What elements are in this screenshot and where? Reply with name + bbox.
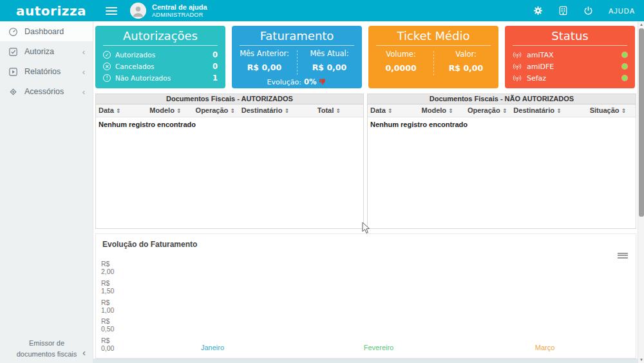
empty-table-message: Nenhum registro encontrado [368, 117, 636, 132]
scroll-down-arrow-icon[interactable]: ▼ [638, 357, 644, 363]
card-autorizacoes: Autorizações ✓ Autorizados 0 ✕ Cancelado… [95, 26, 225, 88]
table-header-row: Data⇕ Modelo⇕ Operação⇕ Destinatário⇕ Si… [368, 104, 636, 117]
user-role-label: ADMINISTRADOR [152, 12, 207, 18]
nao-autorizados-row: ! Não Autorizados 1 [95, 72, 225, 84]
online-status-dot [622, 64, 627, 69]
mouse-cursor [362, 222, 371, 235]
collapse-sidebar-icon[interactable]: ‹ [82, 346, 86, 360]
column-header-modelo[interactable]: Modelo⇕ [149, 106, 195, 114]
x-tick-fevereiro: Fevereiro [296, 344, 462, 351]
status-label: amiDFE [527, 63, 554, 71]
sidebar-item-relatorios[interactable]: Relatórios ‹ [0, 62, 93, 81]
column-header-situacao[interactable]: Situação⇕ [590, 106, 633, 114]
evolucao-label: Evolução: [267, 78, 301, 86]
building-icon [558, 6, 568, 15]
table-title: Documentos Fiscais - NÃO AUTORIZADOS [368, 94, 636, 104]
scroll-up-arrow-icon[interactable]: ▲ [638, 21, 644, 28]
broadcast-icon [513, 74, 522, 82]
help-center-title: Central de ajuda [152, 3, 207, 12]
sort-icon: ⇕ [336, 108, 341, 114]
sidebar-item-label: Relatórios [24, 67, 61, 76]
column-header-data[interactable]: Data⇕ [99, 106, 149, 114]
column-header-operacao[interactable]: Operação⇕ [196, 106, 242, 114]
cancel-circle-icon: ✕ [103, 63, 111, 70]
cancelados-row: ✕ Cancelados 0 [95, 61, 225, 72]
table-header-row: Data⇕ Modelo⇕ Operação⇕ Destinatário⇕ To… [96, 104, 363, 117]
column-header-operacao[interactable]: Operação⇕ [468, 106, 513, 114]
scrollbar-thumb[interactable] [639, 28, 644, 217]
status-label: amiTAX [527, 51, 553, 59]
logout-button[interactable] [583, 6, 593, 15]
app-logo: autorizza [16, 3, 86, 19]
y-tick-label: R$ 0,00 [101, 337, 114, 352]
column-header-total[interactable]: Total⇕ [317, 106, 361, 114]
checkbox-icon [8, 47, 18, 57]
column-header-modelo[interactable]: Modelo⇕ [422, 106, 468, 114]
chevron-left-icon: ‹ [82, 67, 85, 77]
app-header: autorizza Central de ajuda ADMINISTRADOR [0, 0, 644, 21]
sort-icon: ⇕ [448, 108, 453, 114]
column-header-destinatario[interactable]: Destinatário⇕ [242, 106, 317, 114]
vertical-scrollbar[interactable]: ▲ ▼ [638, 21, 644, 363]
broadcast-icon [513, 63, 522, 70]
card-title: Faturamento [232, 26, 362, 43]
sidebar-item-label: Autoriza [24, 47, 54, 56]
help-center-menu[interactable]: Central de ajuda ADMINISTRADOR [152, 3, 207, 18]
column-header-data[interactable]: Data⇕ [370, 106, 422, 114]
gauge-icon [8, 27, 18, 37]
row-value: 1 [213, 74, 218, 83]
column-header-destinatario[interactable]: Destinatário⇕ [513, 106, 589, 114]
sidebar-item-autoriza[interactable]: Autoriza ‹ [0, 42, 93, 61]
card-status: Status amiTAX amiDFE [505, 26, 635, 88]
sidebar-item-label: Acessórios [24, 87, 64, 96]
settings-button[interactable] [533, 6, 543, 15]
sort-icon: ⇕ [176, 108, 182, 114]
user-avatar[interactable] [130, 3, 146, 19]
online-status-dot [622, 52, 627, 57]
sort-icon: ⇕ [502, 108, 507, 114]
valor-value: R$ 0,00 [433, 63, 498, 73]
row-label: Cancelados [115, 63, 155, 70]
sidebar-footer: Emissor de documentos fiscais ‹ [0, 338, 93, 359]
card-ticket-medio: Ticket Médio Volume: 0,0000 Valor: R$ 0,… [368, 26, 498, 88]
chevron-left-icon: ‹ [82, 87, 85, 97]
sidebar-toggle-icon[interactable] [106, 5, 117, 17]
autorizados-row: ✓ Autorizados 0 [95, 49, 225, 61]
person-icon [130, 3, 146, 19]
table-autorizados: Documentos Fiscais - AUTORIZADOS Data⇕ M… [95, 93, 364, 229]
chart-menu-icon[interactable] [618, 251, 628, 259]
mes-anterior-label: Mês Anterior: [232, 49, 297, 58]
sort-icon: ⇕ [284, 108, 289, 114]
table-title: Documentos Fiscais - AUTORIZADOS [96, 94, 363, 104]
company-button[interactable] [558, 6, 568, 15]
status-row-sefaz: Sefaz [505, 72, 635, 84]
chart-evolucao-faturamento: Evolução do Faturamento R$ 2,00 R$ 1,50 … [95, 233, 636, 358]
y-tick-label: R$ 2,00 [101, 260, 114, 275]
online-status-dot [622, 75, 627, 81]
power-icon [583, 6, 593, 15]
faturamento-columns: Mês Anterior: R$ 0,00 Mês Atual: R$ 0,00 [232, 49, 362, 72]
mes-atual-label: Mês Atual: [297, 49, 362, 58]
status-row-amidfe: amiDFE [505, 61, 635, 72]
main-content: Autorizações ✓ Autorizados 0 ✕ Cancelado… [93, 21, 644, 358]
sort-icon: ⇕ [556, 108, 562, 114]
sort-icon: ⇕ [388, 108, 393, 114]
sidebar-item-dashboard[interactable]: Dashboard [0, 22, 93, 41]
card-faturamento: Faturamento Mês Anterior: R$ 0,00 Mês At… [232, 26, 362, 88]
valor-label: Valor: [433, 50, 498, 59]
card-title: Autorizações [95, 26, 225, 43]
thumbs-down-icon [319, 78, 327, 86]
broadcast-icon [513, 51, 522, 59]
table-nao-autorizados: Documentos Fiscais - NÃO AUTORIZADOS Dat… [367, 93, 636, 229]
row-label: Não Autorizados [115, 74, 171, 82]
x-tick-janeiro: Janeiro [129, 344, 296, 351]
status-label: Sefaz [527, 74, 546, 83]
ajuda-link[interactable]: AJUDA [609, 7, 635, 15]
row-value: 0 [213, 50, 218, 59]
card-title: Ticket Médio [368, 26, 498, 43]
mes-anterior-value: R$ 0,00 [232, 63, 297, 72]
card-title: Status [505, 26, 635, 43]
sidebar-item-acessorios[interactable]: Acessórios ‹ [0, 82, 93, 101]
summary-cards-row: Autorizações ✓ Autorizados 0 ✕ Cancelado… [95, 26, 635, 88]
status-row-amitax: amiTAX [505, 49, 635, 61]
